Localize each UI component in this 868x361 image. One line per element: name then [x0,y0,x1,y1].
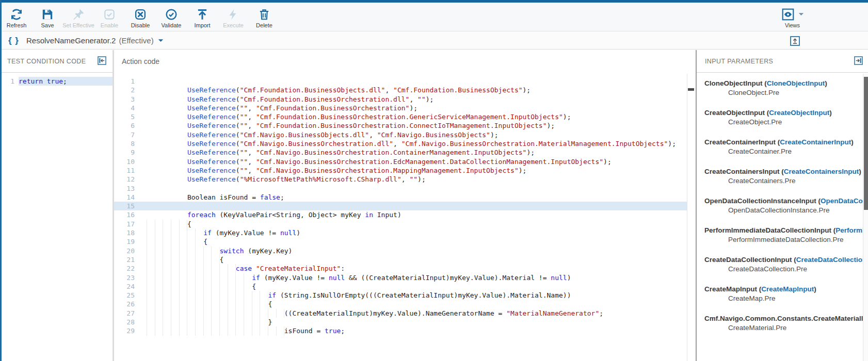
input-parameter-item[interactable]: CreateContainersInput (CreateContainersI… [704,167,863,186]
parameter-type-link[interactable]: CreateDataCollectionInput [796,256,863,264]
parameter-handler: CreateContainers.Pre [704,176,863,186]
code-line: 25 if (String.IsNullOrEmpty(((CreateMate… [114,291,687,300]
toolbar-button-save[interactable]: Save [33,3,62,31]
action-code-panel-header: Action code [114,50,695,72]
action-code-editor[interactable]: 12 UseReference("Cmf.Foundation.Business… [114,77,687,361]
toolbar-button-validate[interactable]: Validate [157,3,186,31]
input-parameter-item[interactable]: CreateDataCollectionInput (CreateDataCol… [704,255,863,274]
input-parameters-header: INPUT PARAMETERS [697,50,868,73]
scrollbar-thumb[interactable] [864,77,868,210]
parameter-name: CreateContainersInput (CreateContainersI… [704,167,863,176]
line-number: 23 [114,273,139,282]
input-parameter-item[interactable]: CreateMapInput (CreateMapInput)CreateMap… [704,285,863,303]
parameter-type-link[interactable]: CreateMapInput [761,285,814,293]
code-line: 4 UseReference("", "Cmf.Foundation.Busin… [114,104,687,112]
line-number: 8 [114,139,139,148]
parameter-type-link[interactable]: CreateContainerInput [780,138,851,146]
test-condition-panel-title: TEST CONDITION CODE [7,58,86,65]
code-line-text: { [139,220,687,228]
parameter-name: Cmf.Navigo.Common.Constants.CreateMateri… [704,314,863,323]
code-line-text: { [139,282,687,291]
eye-icon [781,8,795,21]
toolbar-button-set-effective: Set Effective [64,3,93,31]
test-condition-code-editor[interactable]: 1return true; [0,77,112,361]
toolbar-button-label: Delete [256,22,272,28]
code-line: 17 { [114,220,687,228]
parameter-name: CreateDataCollectionInput (CreateDataCol… [704,255,863,265]
action-code-panel: Action code 12 UseReference("Cmf.Foundat… [114,50,695,361]
code-line-text: if (String.IsNullOrEmpty(((CreateMateria… [139,291,687,300]
input-parameter-item[interactable]: CreateContainerInput (CreateContainerInp… [704,138,863,156]
breadcrumb: { } ResolveNameGenerator.2 (Effective) [0,32,868,50]
input-parameter-item[interactable]: OpenDataCollectionInstanceInput (OpenDat… [704,196,863,215]
line-number: 5 [114,112,139,121]
scrollbar-thumb[interactable] [688,88,694,91]
line-number: 14 [114,193,139,202]
input-parameter-item[interactable]: CreateObjectInput (CreateObjectInput)Cre… [704,108,863,127]
parameter-type-link[interactable]: CloneObjectInput [767,79,825,87]
views-button[interactable]: Views [781,3,804,31]
toolbar-button-label: Execute [223,22,244,28]
line-number: 26 [114,300,139,308]
input-parameters-scrollbar[interactable] [863,74,868,361]
code-line: 10 UseReference("", "Cmf.Navigo.Business… [114,157,687,166]
code-line-text: UseReference("Cmf.Foundation.BusinessObj… [139,86,687,94]
parameter-type-link[interactable]: CreateContainersInput [784,168,859,175]
input-parameter-item[interactable]: PerformImmediateDataCollectionInput (Per… [704,226,863,244]
code-line: 6 UseReference("", "Cmf.Foundation.Busin… [114,121,687,130]
toolbar-button-import[interactable]: Import [188,3,217,31]
code-line: 5 UseReference("", "Cmf.Foundation.Busin… [114,112,687,121]
code-line: 20 switch (myKey.Key) [114,247,687,255]
chevron-down-icon[interactable] [798,12,804,17]
code-line: 15 [114,202,687,210]
collapse-right-icon[interactable] [854,56,863,65]
promote-icon[interactable] [790,36,800,46]
code-line-text: isFound = true; [139,326,687,335]
collapse-left-icon[interactable] [98,56,106,65]
toolbar-button-disable[interactable]: Disable [126,3,155,31]
input-parameter-item[interactable]: CloneObjectInput (CloneObjectInput)Clone… [704,79,863,97]
code-line-text: UseReference("%MicrosoftNetPath%Microsof… [139,175,687,184]
input-parameter-item[interactable]: Cmf.Navigo.Common.Constants.CreateMateri… [704,314,863,333]
code-line: 13 [114,184,687,193]
line-number: 17 [114,220,139,228]
box-x-icon [134,7,147,22]
parameter-type-link[interactable]: CreateObjectInput [769,109,829,117]
line-number: 1 [0,77,19,86]
code-line: 18 if (myKey.Value != null) [114,228,687,237]
input-parameters-list: CloneObjectInput (CloneObjectInput)Clone… [697,74,863,361]
code-line-text: UseReference("", "Cmf.Foundation.Busines… [139,112,687,121]
line-number: 16 [114,210,139,219]
parameter-type-link[interactable]: PerformImmediateDataCollectionInput [835,226,863,234]
line-number: 7 [114,130,139,139]
toolbar-button-label: Import [194,22,210,28]
action-editor-scrollbar[interactable] [687,74,695,361]
line-number: 19 [114,237,139,246]
code-line-text: UseReference("", "Cmf.Foundation.Busines… [139,121,687,130]
toolbar-button-delete[interactable]: Delete [250,3,279,31]
arrow-up-bar-icon [196,7,209,22]
parameter-handler: CreateContainer.Pre [704,147,863,156]
parameter-name: CreateContainerInput (CreateContainerInp… [704,138,863,147]
code-line-text: UseReference("Cmf.Navigo.BusinessOrchest… [139,139,687,148]
chevron-down-icon[interactable] [158,39,164,43]
toolbar-button-label: Validate [162,22,182,28]
circle-check-icon [165,7,178,22]
parameter-handler: CreateMaterial.Pre [704,323,863,333]
code-line-text: { [139,300,687,308]
toolbar-button-refresh[interactable]: Refresh [2,3,31,31]
toolbar-button-label: Enable [101,22,118,28]
line-number: 29 [114,326,139,335]
line-number: 27 [114,309,139,318]
code-line-text: ((CreateMaterialInput)myKey.Value).NameG… [139,309,687,318]
line-number: 22 [114,264,139,273]
code-line-text: case "CreateMaterialInput": [139,264,687,273]
code-line: 27 ((CreateMaterialInput)myKey.Value).Na… [114,309,687,318]
code-line-text: if (myKey.Value != null) [139,228,687,237]
line-number: 11 [114,166,139,175]
parameter-type-link[interactable]: OpenDataCollectionInstanceInput [821,197,863,205]
line-number: 20 [114,247,139,255]
test-condition-panel: TEST CONDITION CODE 1return true; [0,50,114,361]
breadcrumb-title[interactable]: ResolveNameGenerator.2 [26,36,116,45]
code-line: 26 { [114,300,687,308]
